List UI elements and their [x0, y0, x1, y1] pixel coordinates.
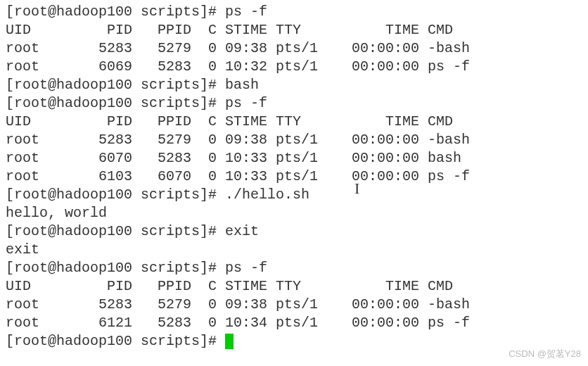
ps-row: root 5283 5279 0 09:38 pts/1 00:00:00 -b… [6, 296, 582, 314]
shell-prompt: [root@hadoop100 scripts]# [6, 187, 225, 203]
terminal-output[interactable]: [root@hadoop100 scripts]# ps -f UID PID … [6, 3, 582, 351]
typed-command: bash [225, 77, 259, 93]
typed-command: ./hello.sh [225, 187, 309, 203]
ps-row: root 6070 5283 0 10:33 pts/1 00:00:00 ba… [6, 149, 582, 168]
shell-prompt: [root@hadoop100 scripts]# [6, 95, 225, 111]
command-line: [root@hadoop100 scripts]# exit [6, 222, 582, 241]
watermark-text: CSDN @贺茗Y28 [509, 345, 581, 363]
command-line: [root@hadoop100 scripts]# ps -f [6, 3, 582, 21]
shell-prompt: [root@hadoop100 scripts]# [6, 4, 225, 20]
typed-command: ps -f [225, 260, 267, 276]
ps-row: root 5283 5279 0 09:38 pts/1 00:00:00 -b… [6, 39, 582, 58]
script-output: hello, world [6, 204, 582, 222]
ps-row: root 6069 5283 0 10:32 pts/1 00:00:00 ps… [6, 58, 582, 76]
ps-header: UID PID PPID C STIME TTY TIME CMD [6, 113, 582, 131]
typed-command: ps -f [225, 4, 267, 20]
exit-output: exit [6, 241, 582, 259]
command-line: [root@hadoop100 scripts]# ps -f [6, 94, 582, 113]
command-line: [root@hadoop100 scripts]# ps -f [6, 259, 582, 277]
ps-header: UID PID PPID C STIME TTY TIME CMD [6, 277, 582, 296]
command-line: [root@hadoop100 scripts]# ./hello.sh [6, 186, 582, 204]
typed-command: exit [225, 223, 259, 239]
shell-prompt: [root@hadoop100 scripts]# [6, 223, 225, 239]
ps-header: UID PID PPID C STIME TTY TIME CMD [6, 21, 582, 39]
ps-row: root 5283 5279 0 09:38 pts/1 00:00:00 -b… [6, 131, 582, 149]
command-line: [root@hadoop100 scripts]# bash [6, 76, 582, 94]
cursor-block-icon [225, 334, 234, 349]
shell-prompt: [root@hadoop100 scripts]# [6, 333, 225, 349]
ps-row: root 6103 6070 0 10:33 pts/1 00:00:00 ps… [6, 168, 582, 186]
command-line[interactable]: [root@hadoop100 scripts]# [6, 332, 582, 351]
typed-command: ps -f [225, 95, 267, 111]
ps-row: root 6121 5283 0 10:34 pts/1 00:00:00 ps… [6, 314, 582, 332]
shell-prompt: [root@hadoop100 scripts]# [6, 260, 225, 276]
shell-prompt: [root@hadoop100 scripts]# [6, 77, 225, 93]
